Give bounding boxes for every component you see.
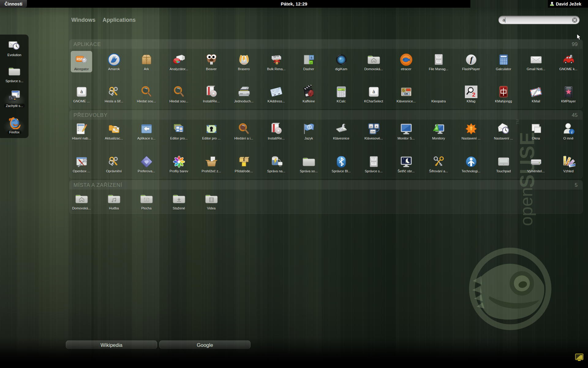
svg-text:OK: OK	[404, 92, 408, 95]
svg-text:315: 315	[341, 89, 344, 91]
svg-text:y: y	[370, 125, 372, 128]
svg-text:β: β	[310, 61, 312, 64]
svg-text:D: D	[145, 199, 147, 201]
svg-text:RSS: RSS	[77, 58, 83, 61]
svg-text:2: 2	[472, 91, 475, 98]
svg-text:à: à	[80, 89, 83, 94]
svg-text:x: x	[376, 125, 377, 128]
svg-text:i: i	[571, 130, 572, 134]
svg-text:à: à	[372, 89, 375, 94]
svg-text:a: a	[311, 56, 312, 59]
svg-text:Ctrl: Ctrl	[371, 130, 375, 133]
svg-text:G: G	[402, 89, 405, 92]
